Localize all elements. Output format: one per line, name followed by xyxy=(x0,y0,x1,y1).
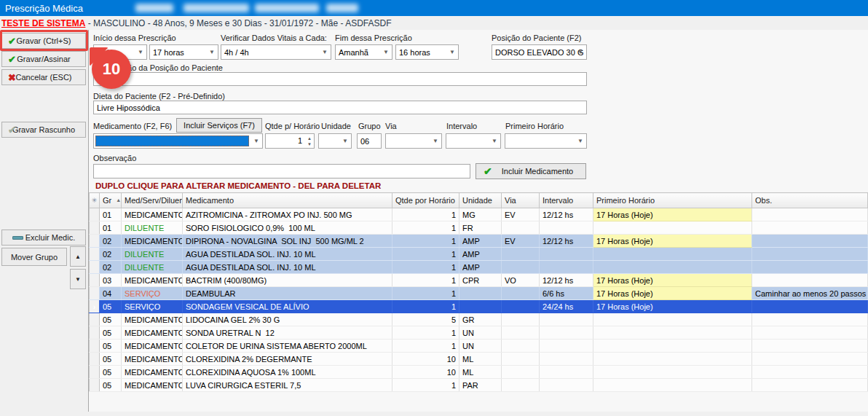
column-header-obs[interactable]: Obs. xyxy=(752,193,868,208)
cell-obs xyxy=(752,326,868,340)
check-icon: ✔ xyxy=(484,165,492,177)
cell-qtde: 10 xyxy=(392,366,459,379)
grid-row[interactable]: 02DILUENTEAGUA DESTILADA SOL. INJ. 10 ML… xyxy=(90,248,868,261)
cancelar-button[interactable]: ✖ Cancelar (ESC) xyxy=(1,69,86,85)
column-header-intervalo[interactable]: Intervalo xyxy=(540,193,593,208)
incluir-servicos-button[interactable]: Incluir Serviços (F7) xyxy=(176,118,262,133)
gravar-label: Gravar (Ctrl+S) xyxy=(17,36,71,45)
via-select[interactable]: ▼ xyxy=(385,133,442,149)
cell-tipo: DILUENTE xyxy=(122,261,183,274)
qtde-label: Qtde p/ Horário xyxy=(265,122,320,130)
cell-primeiro-horario: 17 Horas (Hoje) xyxy=(593,300,752,313)
cell-gr: 01 xyxy=(100,208,122,221)
row-selector xyxy=(90,287,100,300)
cell-obs xyxy=(752,300,868,313)
cell-unidade: PAR xyxy=(459,379,502,392)
column-header-via[interactable]: Via xyxy=(502,193,540,208)
column-header-qtde[interactable]: Qtde por Horário xyxy=(392,193,459,208)
cell-qtde: 1 xyxy=(392,326,459,340)
column-header-primeiro-horario[interactable]: Primeiro Horário xyxy=(593,193,752,208)
cell-gr: 05 xyxy=(100,353,122,366)
observacao-input[interactable] xyxy=(93,164,470,178)
grid-row[interactable]: 04SERVIÇODEAMBULAR16/6 hs17 Horas (Hoje)… xyxy=(90,287,868,300)
column-header-tipo[interactable]: Med/Serv/Diluente xyxy=(122,193,183,208)
cell-medicamento: LUVA CIRURGICA ESTERIL 7,5 xyxy=(183,379,392,392)
posicao-paciente-label: Posição do Paciente (F2) xyxy=(492,34,582,42)
cell-medicamento: AZITROMICINA - ZITROMAX PO INJ. 500 MG xyxy=(183,208,392,221)
cell-unidade: UN xyxy=(459,326,502,340)
column-header-medicamento[interactable]: Medicamento xyxy=(183,193,392,208)
cell-obs xyxy=(752,379,868,392)
prescricao-medica-window: Prescrição Médica TESTE DE SISTEMA - MAS… xyxy=(0,0,868,416)
cell-tipo: SERVIÇO xyxy=(122,300,183,313)
column-header-gr[interactable]: Gr▲ xyxy=(100,193,122,208)
move-group-up-button[interactable]: ▲ xyxy=(70,246,86,267)
grid-row[interactable]: 05MEDICAMENTOCLOREXIDINA 2% DEGERMANTE10… xyxy=(90,353,868,366)
cell-unidade: ML xyxy=(459,366,502,379)
gravar-rascunho-label: Gravar Rascunho xyxy=(12,125,75,134)
column-header-unidade[interactable]: Unidade xyxy=(459,193,502,208)
mover-grupo-label: Mover Grupo xyxy=(11,253,58,262)
system-test-label: TESTE DE SISTEMA xyxy=(1,18,85,28)
grid-row[interactable]: 02MEDICAMENTODIPIRONA - NOVALGINA SOL IN… xyxy=(90,235,868,248)
fim-dia-select[interactable]: Amanhã▼ xyxy=(335,44,392,60)
inicio-hora-select[interactable]: 17 horas▼ xyxy=(149,44,218,60)
posicao-paciente-select[interactable]: DORSO ELEVADO 30 G▼ xyxy=(492,44,587,60)
cell-primeiro-horario xyxy=(593,261,752,274)
grid-row[interactable]: 02DILUENTEAGUA DESTILADA SOL. INJ. 10 ML… xyxy=(90,261,868,274)
grid-row[interactable]: 05MEDICAMENTOLIDOCAINA GEL 2% 30 G5GR xyxy=(90,313,868,326)
cell-primeiro-horario: 17 Horas (Hoje) xyxy=(593,235,752,248)
row-selector xyxy=(90,366,100,379)
cell-gr: 04 xyxy=(100,287,122,300)
cell-medicamento: SORO FISIOLOGICO 0,9% 100 ML xyxy=(183,221,392,235)
dieta-input[interactable]: Livre Hipossódica xyxy=(93,101,587,114)
spinner-down-icon[interactable]: ▼ xyxy=(307,142,312,146)
dieta-label: Dieta do Paciente (F2 - Pré-Definido) xyxy=(93,92,225,101)
grid-row[interactable]: ›05SERVIÇOSONDAGEM VESICAL DE ALÍVIO124/… xyxy=(90,300,868,313)
cell-gr: 02 xyxy=(100,261,122,274)
qtde-stepper[interactable]: 1 ▲ ▼ xyxy=(265,133,315,149)
cell-qtde: 1 xyxy=(392,221,459,235)
move-group-down-button[interactable]: ▼ xyxy=(70,269,86,289)
grid-row[interactable]: 05MEDICAMENTOSONDA URETRAL N 121UN xyxy=(90,326,868,340)
primeiro-horario-select[interactable]: ▼ xyxy=(505,133,587,149)
obs-posicao-input[interactable] xyxy=(93,72,587,86)
cell-gr: 05 xyxy=(100,326,122,340)
cell-qtde: 1 xyxy=(392,379,459,392)
mover-grupo-button[interactable]: Mover Grupo xyxy=(1,248,67,266)
excluir-medic-button[interactable]: Excluir Medic. xyxy=(1,229,86,246)
minus-icon xyxy=(12,236,23,240)
gravar-rascunho-button[interactable]: ✔ Gravar Rascunho xyxy=(1,122,86,138)
cell-gr: 05 xyxy=(100,340,122,353)
check-icon: ✔ xyxy=(8,36,16,46)
row-selector xyxy=(90,261,100,274)
incluir-medicamento-button[interactable]: ✔ Incluir Medicamento xyxy=(476,163,586,179)
intervalo-select[interactable]: ▼ xyxy=(446,133,501,149)
gravar-button[interactable]: ✔ Gravar (Ctrl+S) xyxy=(1,33,86,49)
medication-grid-body: 01MEDICAMENTOAZITROMICINA - ZITROMAX PO … xyxy=(90,208,868,392)
spinner-up-icon[interactable]: ▲ xyxy=(307,136,312,141)
gravar-assinar-button[interactable]: ✔ Gravar/Assinar xyxy=(1,51,86,67)
check-icon-disabled: ✔ xyxy=(8,125,16,135)
grid-row[interactable]: 03MEDICAMENTOBACTRIM (400/80MG)1CPRVO12/… xyxy=(90,274,868,287)
cell-obs xyxy=(752,235,868,248)
grupo-input[interactable]: 06 xyxy=(357,133,382,149)
cell-via xyxy=(502,248,540,261)
cell-medicamento: DIPIRONA - NOVALGINA SOL INJ 500 MG/ML 2 xyxy=(183,235,392,248)
cell-primeiro-horario: 17 Horas (Hoje) xyxy=(593,208,752,221)
cell-gr: 05 xyxy=(100,366,122,379)
grid-row[interactable]: 05MEDICAMENTOLUVA CIRURGICA ESTERIL 7,51… xyxy=(90,379,868,392)
cell-unidade: MG xyxy=(459,208,502,221)
cell-intervalo xyxy=(540,379,593,392)
grid-corner-cell[interactable]: ✳ xyxy=(90,193,100,208)
grid-row[interactable]: 01DILUENTESORO FISIOLOGICO 0,9% 100 ML1F… xyxy=(90,221,868,235)
medicamento-select[interactable]: ▼ xyxy=(93,133,263,149)
grid-row[interactable]: 05MEDICAMENTOCLOREXIDINA AQUOSA 1% 100ML… xyxy=(90,366,868,379)
dados-vitais-select[interactable]: 4h / 4h▼ xyxy=(221,44,331,60)
unidade-select[interactable]: ▼ xyxy=(318,133,352,149)
grid-row[interactable]: 01MEDICAMENTOAZITROMICINA - ZITROMAX PO … xyxy=(90,208,868,221)
cell-primeiro-horario xyxy=(593,248,752,261)
fim-hora-select[interactable]: 16 horas▼ xyxy=(395,44,459,60)
grid-row[interactable]: 05MEDICAMENTOCOLETOR DE URINA SISTEMA AB… xyxy=(90,340,868,353)
cell-obs xyxy=(752,248,868,261)
